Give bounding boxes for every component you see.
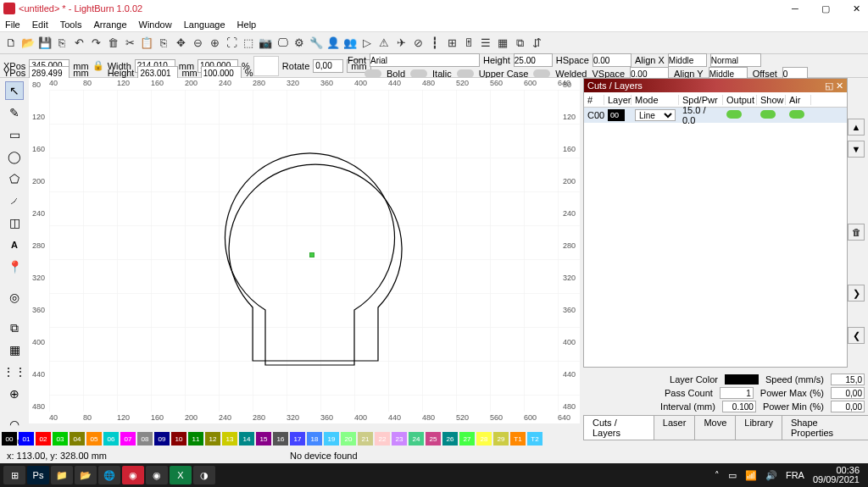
show-toggle[interactable] <box>760 110 776 119</box>
welded-toggle[interactable] <box>533 69 550 78</box>
layer-color[interactable] <box>725 374 759 385</box>
copy-icon[interactable]: ⎘ <box>156 36 171 51</box>
tray-lang[interactable]: FRA <box>786 470 804 480</box>
tab-move[interactable]: Move <box>694 415 736 440</box>
palette-11[interactable]: 11 <box>188 432 203 445</box>
hspace-input[interactable] <box>593 53 632 67</box>
palette-20[interactable]: 20 <box>341 432 356 445</box>
select-tool[interactable]: ↖ <box>5 81 24 100</box>
folder-icon[interactable]: 📁 <box>51 466 73 484</box>
redo-icon[interactable]: ↷ <box>88 36 103 51</box>
air-toggle[interactable] <box>789 110 804 119</box>
palette-T1[interactable]: T1 <box>510 432 526 445</box>
expand-left-button[interactable]: ❮ <box>848 327 865 344</box>
link-icon[interactable]: ⇵ <box>529 36 544 51</box>
zoom-fit-icon[interactable]: ⛶ <box>224 36 239 51</box>
pmin-input[interactable] <box>831 401 865 412</box>
open-icon[interactable]: 📂 <box>20 36 36 51</box>
palette-04[interactable]: 04 <box>70 432 85 445</box>
ps-icon[interactable]: Ps <box>27 466 49 484</box>
minimize-button[interactable]: ─ <box>787 3 804 14</box>
select-icon[interactable]: ⬚ <box>241 36 256 51</box>
palette-00[interactable]: 00 <box>2 432 17 445</box>
layer-up-button[interactable]: ▲ <box>848 119 865 136</box>
tray-sound-icon[interactable]: 🔊 <box>765 470 777 481</box>
stop-icon[interactable]: ⊘ <box>410 36 426 51</box>
palette-25[interactable]: 25 <box>426 432 441 445</box>
menu-file[interactable]: File <box>5 19 20 30</box>
drawing-canvas[interactable] <box>49 90 580 412</box>
grid-icon[interactable]: ▦ <box>495 36 510 51</box>
crop-icon[interactable]: ⧉ <box>512 36 527 51</box>
tab-laser[interactable]: Laser <box>654 415 696 440</box>
offset-tool[interactable]: ⧉ <box>5 318 24 337</box>
palette-27[interactable]: 27 <box>459 432 475 445</box>
layer-down-button[interactable]: ▼ <box>848 141 865 158</box>
wrench-icon[interactable]: 🔧 <box>309 36 324 51</box>
bold-toggle[interactable] <box>364 69 381 78</box>
panel-undock-icon[interactable]: ◱ <box>825 80 833 91</box>
tab-cuts[interactable]: Cuts / Layers <box>583 415 654 440</box>
palette-09[interactable]: 09 <box>154 432 170 445</box>
font-input[interactable] <box>370 53 480 67</box>
close-button[interactable]: ✕ <box>848 3 865 14</box>
palette-22[interactable]: 22 <box>375 432 390 445</box>
palette-28[interactable]: 28 <box>476 432 492 445</box>
cut-icon[interactable]: ✂ <box>122 36 137 51</box>
panel-close-icon[interactable]: ✕ <box>836 80 843 91</box>
speed-input[interactable] <box>831 374 865 385</box>
palette-17[interactable]: 17 <box>290 432 305 445</box>
distribute-icon[interactable]: ⊞ <box>444 36 459 51</box>
send-icon[interactable]: ✈ <box>393 36 409 51</box>
tray-chevron-icon[interactable]: ˄ <box>715 470 720 481</box>
align-icon[interactable]: ┇ <box>427 36 442 51</box>
text-tool[interactable]: A <box>5 235 24 254</box>
menu-edit[interactable]: Edit <box>32 19 48 30</box>
palette-07[interactable]: 07 <box>120 432 136 445</box>
tab-shape[interactable]: Shape Properties <box>782 415 868 440</box>
alignx-input[interactable] <box>668 53 707 67</box>
menu-window[interactable]: Window <box>139 19 172 30</box>
undo-icon[interactable]: ↶ <box>71 36 86 51</box>
palette-10[interactable]: 10 <box>171 432 186 445</box>
palette-19[interactable]: 19 <box>324 432 339 445</box>
draw-tool[interactable]: ✎ <box>5 103 24 122</box>
excel-icon[interactable]: X <box>170 466 192 484</box>
boolean-tool[interactable]: ⊕ <box>5 385 24 403</box>
warn-icon[interactable]: ⚠ <box>376 36 392 51</box>
edge-icon[interactable]: 🌐 <box>98 466 120 484</box>
palette-08[interactable]: 08 <box>137 432 153 445</box>
circle-tool[interactable]: ◎ <box>5 288 24 307</box>
palette-26[interactable]: 26 <box>442 432 458 445</box>
import-icon[interactable]: ⎘ <box>54 36 70 51</box>
array-tool[interactable]: ▦ <box>5 340 24 359</box>
start-button[interactable]: ⊞ <box>3 466 25 484</box>
bars-icon[interactable]: ☰ <box>478 36 493 51</box>
edit-tool[interactable]: ◫ <box>5 213 24 232</box>
palette-03[interactable]: 03 <box>53 432 68 445</box>
tray-cast-icon[interactable]: ▭ <box>728 470 737 481</box>
gear-icon[interactable]: ⚙ <box>292 36 307 51</box>
monitor-icon[interactable]: 🖵 <box>275 36 290 51</box>
italic-toggle[interactable] <box>410 69 427 78</box>
polygon-tool[interactable]: ⬠ <box>5 169 24 188</box>
chrome-icon[interactable]: ◉ <box>146 466 168 484</box>
palette-18[interactable]: 18 <box>307 432 322 445</box>
marker-tool[interactable]: 📍 <box>5 257 24 276</box>
font-height-input[interactable] <box>514 53 553 67</box>
mode-select[interactable]: Line <box>635 109 676 121</box>
delete-icon[interactable]: 🗑 <box>105 36 120 51</box>
palette-05[interactable]: 05 <box>86 432 102 445</box>
layer-row-c00[interactable]: C00 00 Line 15.0 / 0.0 <box>584 108 847 123</box>
bezier-tool[interactable]: ⟋ <box>5 191 24 210</box>
save-icon[interactable]: 💾 <box>37 36 53 51</box>
palette-14[interactable]: 14 <box>239 432 254 445</box>
palette-T2[interactable]: T2 <box>527 432 542 445</box>
menu-arrange[interactable]: Arrange <box>93 19 126 30</box>
tray-wifi-icon[interactable]: 📶 <box>745 470 757 481</box>
output-toggle[interactable] <box>726 110 742 119</box>
paste-icon[interactable]: 📋 <box>139 36 154 51</box>
users-icon[interactable]: 👥 <box>342 36 358 51</box>
ellipse-tool[interactable]: ◯ <box>5 147 24 166</box>
maximize-button[interactable]: ▢ <box>817 3 834 14</box>
